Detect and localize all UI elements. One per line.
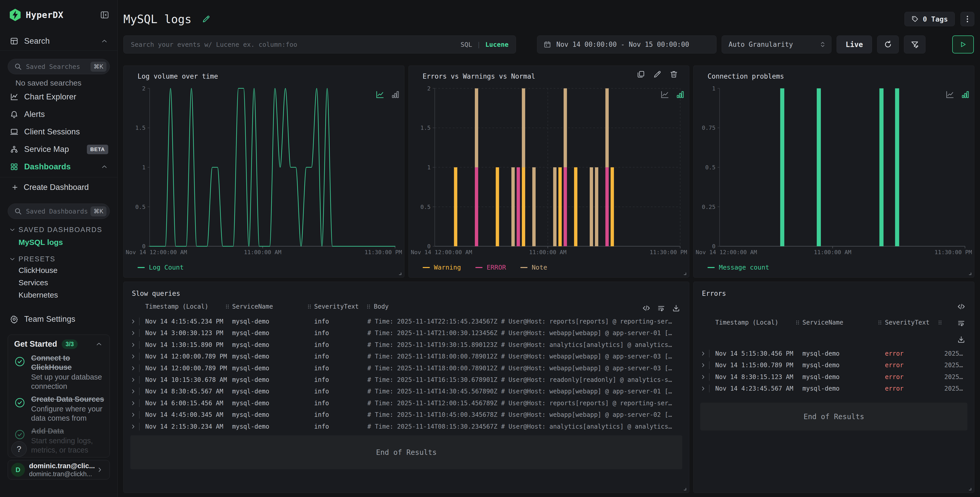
table-row[interactable]: Nov 14 8:30:45.567 AMmysql-demoinfo# Tim… xyxy=(124,386,689,397)
event-search-input[interactable]: Search your events w/ Lucene ex. column:… xyxy=(123,35,516,54)
get-started-item[interactable]: Add Data Start sending logs, metrics, or… xyxy=(14,426,103,454)
create-dashboard-button[interactable]: Create Dashboard xyxy=(8,179,110,195)
table-row[interactable]: Nov 14 1:15:00.789 PMmysql-demoerror2025… xyxy=(694,359,974,371)
help-button[interactable]: ? xyxy=(11,441,27,457)
get-started-item[interactable]: Connect to ClickHouse Set up your databa… xyxy=(14,353,103,391)
language-toggle-lucene[interactable]: Lucene xyxy=(485,41,509,48)
resize-handle[interactable] xyxy=(682,486,686,491)
column-drag-handle-icon[interactable] xyxy=(795,319,800,327)
saved-dashboards-input[interactable]: Saved Dashboards ⌘K xyxy=(8,203,110,219)
resize-handle[interactable] xyxy=(967,271,972,275)
expand-row-icon[interactable] xyxy=(130,330,136,336)
expand-row-icon[interactable] xyxy=(130,354,136,359)
table-row[interactable]: Nov 14 12:00:00.789 PMmysql-demoinfo# Ti… xyxy=(124,362,689,374)
table-row[interactable]: Nov 14 3:00:30.123 PMmysql-demoinfo# Tim… xyxy=(124,327,689,339)
bar-mode-icon[interactable] xyxy=(391,90,400,99)
column-header[interactable]: SeverityText xyxy=(885,319,929,326)
code-view-icon[interactable] xyxy=(957,302,965,311)
bar-mode-icon[interactable] xyxy=(676,90,685,99)
legend-item[interactable]: Message count xyxy=(708,264,769,271)
wrap-lines-icon[interactable] xyxy=(957,319,965,327)
table-row[interactable]: Nov 14 12:00:00.789 PMmysql-demoinfo# Ti… xyxy=(124,351,689,362)
resize-handle[interactable] xyxy=(967,486,972,491)
sidebar-item-search[interactable]: Search xyxy=(8,33,110,49)
expand-row-icon[interactable] xyxy=(130,412,136,418)
table-row[interactable]: Nov 14 10:15:30.678 AMmysql-demoinfo# Ti… xyxy=(124,374,689,386)
table-row[interactable]: Nov 14 4:15:45.234 PMmysql-demoinfo# Tim… xyxy=(124,316,689,327)
column-header[interactable]: ServiceName xyxy=(802,319,843,326)
sidebar-item-chart-explorer[interactable]: Chart Explorer xyxy=(8,88,110,106)
column-header[interactable]: Timestamp (Local) xyxy=(145,303,208,310)
sidebar-item-alerts[interactable]: Alerts xyxy=(8,106,110,123)
live-button[interactable]: Live xyxy=(837,35,872,54)
sidebar-dashboard-mysql-logs[interactable]: MySQL logs xyxy=(8,237,110,248)
sidebar-collapse-icon[interactable] xyxy=(100,10,109,19)
column-drag-handle-icon[interactable] xyxy=(938,319,942,327)
legend-item[interactable]: Log Count xyxy=(138,264,183,271)
column-header[interactable]: ServiceName xyxy=(232,303,273,310)
expand-row-icon[interactable] xyxy=(130,389,136,394)
table-row[interactable]: Nov 14 4:23:45.567 AMmysql-demoerror2025… xyxy=(694,383,974,394)
granularity-select[interactable]: Auto Granularity xyxy=(722,35,831,54)
sidebar-item-service-map[interactable]: Service Map BETA xyxy=(8,141,110,158)
expand-row-icon[interactable] xyxy=(130,342,136,348)
run-query-button[interactable] xyxy=(952,35,974,54)
wrap-lines-icon[interactable] xyxy=(657,304,665,312)
expand-row-icon[interactable] xyxy=(130,365,136,371)
table-row[interactable]: Nov 14 5:15:30.456 PMmysql-demoerror2025… xyxy=(694,348,974,359)
tags-button[interactable]: 0 Tags xyxy=(904,12,955,26)
sidebar-preset-kubernetes[interactable]: Kubernetes xyxy=(8,289,110,301)
language-toggle-sql[interactable]: SQL xyxy=(460,41,472,48)
expand-row-icon[interactable] xyxy=(130,319,136,324)
resize-handle[interactable] xyxy=(398,271,402,275)
table-row[interactable]: Nov 14 6:00:15.456 AMmysql-demoinfo# Tim… xyxy=(124,397,689,409)
presets-section-header[interactable]: PRESETS xyxy=(8,254,110,264)
column-drag-handle-icon[interactable] xyxy=(366,303,371,311)
chevron-up-icon[interactable] xyxy=(101,164,108,170)
dashboard-menu-button[interactable] xyxy=(961,12,974,26)
expand-row-icon[interactable] xyxy=(130,400,136,406)
expand-row-icon[interactable] xyxy=(700,362,706,368)
column-drag-handle-icon[interactable] xyxy=(225,303,230,311)
column-header[interactable]: Body xyxy=(374,303,389,310)
expand-row-icon[interactable] xyxy=(700,351,706,356)
column-drag-handle-icon[interactable] xyxy=(878,319,882,327)
line-mode-icon[interactable] xyxy=(375,90,385,99)
delete-panel-icon[interactable] xyxy=(670,70,678,79)
filter-button[interactable] xyxy=(904,35,926,54)
expand-row-icon[interactable] xyxy=(130,377,136,383)
sidebar-item-client-sessions[interactable]: Client Sessions xyxy=(8,123,110,141)
line-mode-icon[interactable] xyxy=(660,90,670,99)
edit-title-icon[interactable] xyxy=(202,15,210,23)
download-icon[interactable] xyxy=(957,335,965,344)
sidebar-preset-clickhouse[interactable]: ClickHouse xyxy=(8,264,110,276)
duplicate-panel-icon[interactable] xyxy=(636,70,645,79)
edit-panel-icon[interactable] xyxy=(653,70,662,79)
get-started-item[interactable]: Create Data Sources Configure where your… xyxy=(14,394,103,423)
table-row[interactable]: Nov 14 4:45:00.345 AMmysql-demoinfo# Tim… xyxy=(124,409,689,421)
user-account-card[interactable]: D dominic.tran@clic... dominic.tran@clic… xyxy=(8,460,110,480)
column-header[interactable]: Timestamp (Local) xyxy=(715,319,778,326)
date-range-picker[interactable]: Nov 14 00:00:00 - Nov 15 00:00:00 xyxy=(537,35,716,54)
sidebar-item-dashboards[interactable]: Dashboards xyxy=(8,158,110,176)
sidebar-item-team-settings[interactable]: Team Settings xyxy=(8,310,110,328)
chevron-up-icon[interactable] xyxy=(101,38,108,44)
legend-item[interactable]: ERROR xyxy=(475,264,506,271)
column-drag-handle-icon[interactable] xyxy=(307,303,312,311)
line-mode-icon[interactable] xyxy=(945,90,955,99)
download-icon[interactable] xyxy=(672,304,680,312)
code-view-icon[interactable] xyxy=(642,304,651,312)
table-row[interactable]: Nov 14 1:30:15.890 PMmysql-demoinfo# Tim… xyxy=(124,339,689,351)
table-row[interactable]: Nov 14 2:15:30.234 AMmysql-demoinfo# Tim… xyxy=(124,421,689,432)
bar-mode-icon[interactable] xyxy=(961,90,970,99)
table-row[interactable]: Nov 14 8:30:15.123 AMmysql-demoerror2025… xyxy=(694,371,974,383)
refresh-button[interactable] xyxy=(877,35,899,54)
expand-row-icon[interactable] xyxy=(700,374,706,380)
expand-row-icon[interactable] xyxy=(700,386,706,391)
saved-searches-input[interactable]: Saved Searches ⌘K xyxy=(8,59,110,74)
sidebar-preset-services[interactable]: Services xyxy=(8,276,110,289)
chevron-up-icon[interactable] xyxy=(95,341,102,348)
legend-item[interactable]: Warning xyxy=(423,264,461,271)
legend-item[interactable]: Note xyxy=(520,264,547,271)
resize-handle[interactable] xyxy=(682,271,686,275)
